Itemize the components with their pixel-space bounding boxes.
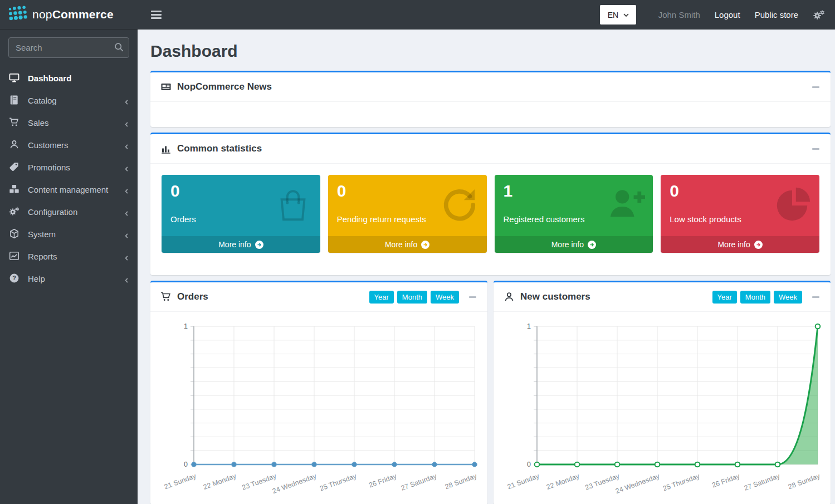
new-customers-chart: 0121 Sunday22 Monday23 Tuesday24 Wednesd… [499,315,825,504]
svg-text:24 Wednesday: 24 Wednesday [614,472,661,495]
svg-text:27 Saturday: 27 Saturday [400,472,438,492]
sidebar-item-sales[interactable]: Sales [0,111,138,134]
customers-week-button[interactable]: Week [774,291,802,304]
cube-icon [9,228,21,239]
chevron-left-icon [124,120,130,126]
orders-chart-panel: Orders Year Month Week 0121 Sunday22 Mon… [150,281,487,504]
news-panel-title: NopCommerce News [177,81,272,92]
arrow-circle-right-icon [754,241,763,249]
customers-year-button[interactable]: Year [712,291,737,304]
stat-card-pending-returns: 0 Pending return requests More info [328,175,487,253]
orders-week-button[interactable]: Week [431,291,459,304]
statistics-panel-header: Common statistics [150,134,831,163]
news-panel: NopCommerce News [150,71,831,127]
collapse-icon[interactable] [812,82,821,91]
nopcommerce-logo[interactable]: nopCommerce [0,0,138,30]
collapse-icon[interactable] [469,292,477,301]
more-info-link[interactable]: More info [661,236,819,253]
charts-row: Orders Year Month Week 0121 Sunday22 Mon… [150,281,831,504]
more-info-label: More info [218,240,251,249]
user-icon [9,139,21,150]
search-input[interactable] [8,37,129,58]
stat-card-orders: 0 Orders More info [162,175,320,253]
chevron-left-icon [124,97,130,104]
sidebar-item-label: System [28,229,124,239]
chevron-down-icon [623,13,629,17]
public-store-link[interactable]: Public store [755,10,798,19]
more-info-link[interactable]: More info [328,236,487,253]
more-info-link[interactable]: More info [162,236,320,253]
svg-text:28 Sunday: 28 Sunday [444,472,478,491]
topbar-right: EN John Smith Logout Public store [600,5,825,25]
orders-panel-header: Orders Year Month Week [150,282,487,311]
stat-card-low-stock: 0 Low stock products More info [661,175,819,253]
sidebar-item-catalog[interactable]: Catalog [0,89,138,111]
svg-text:1: 1 [527,322,531,330]
collapse-icon[interactable] [812,292,821,301]
sidebar-item-configuration[interactable]: Configuration [0,200,138,223]
new-customers-chart-panel: New customers Year Month Week 0121 Sunda… [494,281,831,504]
sidebar-item-label: Reports [28,252,124,261]
svg-text:21 Sunday: 21 Sunday [506,472,541,491]
sidebar-item-label: Sales [28,118,124,128]
logout-link[interactable]: Logout [715,10,740,19]
sidebar-item-label: Help [28,274,124,283]
customers-panel-title: New customers [520,291,590,302]
sidebar: nopCommerce Dashboard Catalog Sales [0,0,138,504]
sidebar-menu: Dashboard Catalog Sales Customers Promot… [0,63,138,290]
settings-gears-icon[interactable] [813,9,825,21]
svg-text:?: ? [12,275,16,281]
stat-label: Registered customers [504,214,644,224]
sidebar-item-reports[interactable]: Reports [0,245,138,267]
sidebar-item-label: Dashboard [28,74,130,83]
chevron-left-icon [124,164,130,170]
cart-icon [9,117,21,128]
user-icon [504,291,515,302]
svg-text:25 Thursday: 25 Thursday [319,472,358,492]
customers-month-button[interactable]: Month [740,291,770,304]
search-icon[interactable] [114,42,124,52]
sidebar-item-customers[interactable]: Customers [0,134,138,156]
sidebar-item-label: Configuration [28,207,124,217]
sidebar-item-promotions[interactable]: Promotions [0,156,138,178]
chevron-left-icon [124,253,130,260]
sidebar-item-dashboard[interactable]: Dashboard [0,67,138,89]
app-window: nopCommerce Dashboard Catalog Sales [0,0,835,504]
book-icon [9,95,21,106]
svg-text:28 Sunday: 28 Sunday [787,472,822,491]
more-info-label: More info [551,240,584,249]
logo-dots-icon [7,4,28,25]
hamburger-menu-icon[interactable] [151,11,162,19]
sidebar-item-label: Content management [28,185,124,194]
bar-chart-icon [160,143,172,154]
orders-year-button[interactable]: Year [369,291,394,304]
sidebar-item-content-management[interactable]: Content management [0,178,138,200]
sidebar-item-label: Customers [28,140,124,150]
chevron-left-icon [124,142,130,148]
svg-text:1: 1 [184,322,188,330]
svg-text:21 Sunday: 21 Sunday [163,472,198,491]
svg-text:0: 0 [527,461,531,468]
more-info-label: More info [717,240,750,249]
orders-month-button[interactable]: Month [397,291,427,304]
tag-icon [9,162,21,173]
news-panel-header: NopCommerce News [150,72,831,101]
chevron-left-icon [124,276,130,282]
svg-text:27 Saturday: 27 Saturday [743,472,782,492]
language-select[interactable]: EN [600,5,636,25]
sidebar-item-system[interactable]: System [0,223,138,245]
chevron-left-icon [124,187,130,193]
gears-icon [9,206,21,217]
more-info-link[interactable]: More info [495,236,653,253]
stat-label: Pending return requests [337,214,478,224]
desktop-icon [9,72,21,84]
question-icon: ? [9,273,21,284]
collapse-icon[interactable] [812,144,821,153]
sidebar-item-help[interactable]: ? Help [0,267,138,290]
cart-icon [160,291,172,302]
svg-text:24 Wednesday: 24 Wednesday [271,472,318,495]
sidebar-item-label: Promotions [28,163,124,172]
arrow-circle-right-icon [421,241,429,249]
chevron-left-icon [124,231,130,237]
customers-chart-body: 0121 Sunday22 Monday23 Tuesday24 Wednesd… [494,311,831,504]
